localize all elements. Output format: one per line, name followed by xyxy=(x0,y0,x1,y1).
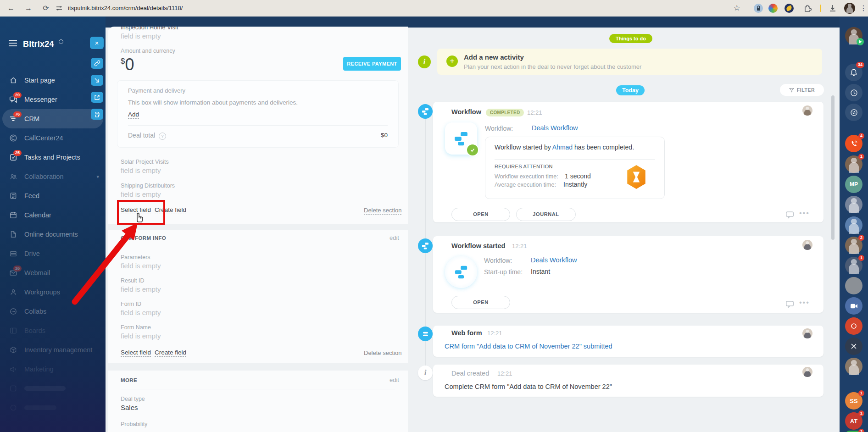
result-id-value[interactable]: field is empty xyxy=(121,285,161,293)
comment-icon[interactable] xyxy=(785,300,794,308)
workflow-icon xyxy=(418,104,433,119)
filter-button[interactable]: FILTER xyxy=(780,84,824,96)
timeline-scrollbar[interactable] xyxy=(831,95,835,240)
contact-avatar[interactable]: 2 xyxy=(845,237,862,254)
comment-icon[interactable] xyxy=(785,211,794,219)
contact-avatar[interactable] xyxy=(845,216,862,234)
sidebar-item-boards[interactable]: Boards xyxy=(0,321,106,340)
select-field-link[interactable]: Select field xyxy=(121,206,151,214)
info-icon: i xyxy=(418,55,431,68)
video-app-icon[interactable] xyxy=(845,297,862,315)
shipping-value[interactable]: field is empty xyxy=(121,190,161,198)
contact-initials-at[interactable]: AT1 xyxy=(845,412,862,430)
edit-link[interactable]: edit xyxy=(389,377,399,383)
journal-button[interactable]: JOURNAL xyxy=(516,208,576,221)
sidebar-item-tasks[interactable]: 25 Tasks and Projects xyxy=(0,148,106,167)
print-button[interactable] xyxy=(91,109,103,120)
avatar[interactable] xyxy=(802,328,812,338)
contact-initials-ss[interactable]: SS1 xyxy=(845,392,862,410)
browser-menu-kebab-icon[interactable]: ⋮ xyxy=(857,0,868,17)
help-icon[interactable]: ? xyxy=(159,133,166,140)
more-actions-kebab[interactable]: ••• xyxy=(799,299,810,307)
hamburger-menu-icon[interactable] xyxy=(8,39,17,47)
telephony-icon[interactable]: 4 xyxy=(845,135,862,152)
profile-avatar[interactable] xyxy=(845,27,862,44)
sidebar-item-callcenter24[interactable]: CallCenter24 xyxy=(0,128,106,148)
avatar[interactable] xyxy=(802,240,812,250)
sidebar-item-faint[interactable] xyxy=(0,398,106,417)
app-icon[interactable] xyxy=(845,317,862,335)
sidebar-item-calendar[interactable]: Calendar xyxy=(0,205,106,225)
conversations-sync-icon[interactable] xyxy=(845,104,862,121)
actor-link[interactable]: Ahmad xyxy=(552,144,573,151)
field-label: Inspection Home Visit xyxy=(121,27,178,31)
contact-avatar[interactable] xyxy=(845,358,862,375)
workflow-name-link[interactable]: Deals Workflow xyxy=(532,124,578,132)
time-history-icon[interactable] xyxy=(845,84,862,101)
site-info-icon[interactable] xyxy=(56,6,62,11)
create-field-link[interactable]: Create field xyxy=(155,206,186,214)
sidebar-item-inventory[interactable]: Inventory management xyxy=(0,340,106,360)
add-activity-banner[interactable]: + Add a new activity Plan your next acti… xyxy=(437,49,822,75)
card-time: 12:21 xyxy=(497,370,512,377)
extension-icon-2[interactable] xyxy=(768,4,778,13)
select-field-link-2[interactable]: Select field xyxy=(121,349,151,357)
sidebar-item-faint[interactable] xyxy=(0,379,106,398)
sidebar-item-collabs[interactable]: Collabs xyxy=(0,302,106,321)
more-actions-kebab[interactable]: ••• xyxy=(799,209,810,217)
close-panel-button[interactable]: × xyxy=(90,37,104,49)
browser-forward-icon[interactable]: → xyxy=(22,0,35,17)
field-empty-value[interactable]: field is empty xyxy=(121,32,161,40)
sidebar-item-messenger[interactable]: 20 Messenger xyxy=(0,90,106,109)
feed-icon xyxy=(9,192,17,200)
amount-value[interactable]: $0 xyxy=(121,55,134,74)
payment-box-description: This box will show information about pay… xyxy=(128,99,298,106)
contact-initials-mp[interactable]: MP xyxy=(845,176,862,193)
contact-avatar[interactable]: 1 xyxy=(845,155,862,173)
add-payment-link[interactable]: Add xyxy=(128,111,139,119)
sidebar-item-feed[interactable]: Feed xyxy=(0,186,106,205)
share-button[interactable] xyxy=(91,75,103,86)
open-button[interactable]: OPEN xyxy=(451,296,510,309)
sidebar-item-workgroups[interactable]: Workgroups xyxy=(0,282,106,302)
app-icon[interactable] xyxy=(845,338,862,355)
notifications-bell-icon[interactable]: 34 xyxy=(845,64,862,81)
browser-reload-icon[interactable]: ⟳ xyxy=(39,0,52,17)
solar-value[interactable]: field is empty xyxy=(121,166,161,174)
sidebar-item-marketing[interactable]: Marketing xyxy=(0,360,106,379)
app-icon[interactable] xyxy=(845,277,862,294)
bookmark-star-icon[interactable]: ☆ xyxy=(730,0,743,17)
sidebar-item-start-page[interactable]: Start page xyxy=(0,71,106,90)
extension-icon-1[interactable] xyxy=(754,4,763,13)
delete-section-link-2[interactable]: Delete section xyxy=(364,349,401,357)
open-external-button[interactable] xyxy=(91,92,103,103)
parameters-value[interactable]: field is empty xyxy=(121,262,161,270)
contact-avatar[interactable] xyxy=(845,196,862,213)
download-icon[interactable] xyxy=(829,4,837,12)
edit-link[interactable]: edit xyxy=(389,234,399,241)
sidebar-item-collaboration[interactable]: Collaboration ▾ xyxy=(0,167,106,186)
browser-profile-avatar[interactable] xyxy=(844,3,855,14)
url-bar[interactable]: itsputnik.bitrix24.com/crm/deal/details/… xyxy=(68,0,183,17)
sidebar-item-online-documents[interactable]: Online documents xyxy=(0,225,106,244)
extension-icon-3[interactable] xyxy=(785,4,794,13)
sidebar-item-webmail[interactable]: 16 Webmail xyxy=(0,263,106,282)
receive-payment-button[interactable]: RECEIVE PAYMENT xyxy=(343,57,401,71)
deal-type-value[interactable]: Sales xyxy=(121,404,138,411)
sidebar-item-drive[interactable]: Drive xyxy=(0,244,106,263)
form-id-value[interactable]: field is empty xyxy=(121,309,161,316)
form-name-value[interactable]: field is empty xyxy=(121,332,161,340)
sidebar-item-crm[interactable]: 76 CRM xyxy=(2,109,103,128)
contact-avatar[interactable]: 1 xyxy=(845,257,862,274)
delete-section-link[interactable]: Delete section xyxy=(364,207,401,215)
workflow-name-link[interactable]: Deals Workflow xyxy=(531,256,577,264)
copy-link-button[interactable] xyxy=(91,58,103,69)
create-field-link-2[interactable]: Create field xyxy=(155,349,186,357)
extensions-puzzle-icon[interactable] xyxy=(803,4,812,12)
avatar[interactable] xyxy=(802,105,812,116)
open-button[interactable]: OPEN xyxy=(451,208,510,221)
crm-form-link[interactable]: CRM form "Add data to CRM of November 22… xyxy=(445,343,612,350)
avatar[interactable] xyxy=(802,367,812,377)
browser-back-icon[interactable]: ← xyxy=(5,0,17,17)
bitrix24-logo[interactable]: Bitrix24 xyxy=(23,39,54,49)
